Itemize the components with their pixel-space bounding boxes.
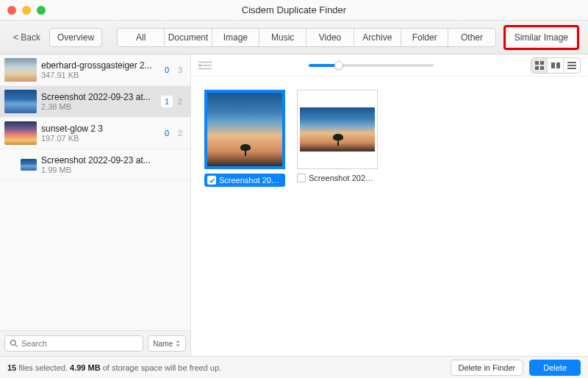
preview-card[interactable]: Screenshot 2022-0...	[297, 90, 378, 182]
list-item[interactable]: Screenshot 2022-09-23 at... 1.99 MB	[0, 149, 190, 181]
search-input-wrap[interactable]	[4, 335, 143, 352]
file-name: Screenshot 2022-09-23 at...	[41, 155, 182, 165]
window-title: Cisdem Duplicate Finder	[0, 4, 588, 15]
selected-count: 0	[161, 64, 173, 76]
back-button[interactable]: < Back	[9, 32, 45, 43]
total-count: 3	[174, 64, 186, 76]
delete-button[interactable]: Delete	[529, 360, 581, 376]
tab-video[interactable]: Video	[306, 29, 354, 46]
category-tabs: All Document Image Music Video Archive F…	[117, 28, 496, 47]
svg-rect-8	[567, 68, 576, 69]
tab-folder[interactable]: Folder	[401, 29, 448, 46]
file-size: 1.99 MB	[41, 165, 182, 174]
svg-rect-6	[567, 62, 576, 63]
file-size: 197.07 KB	[41, 134, 157, 143]
view-list-button[interactable]	[564, 58, 580, 73]
sort-dropdown[interactable]: Name	[148, 335, 186, 352]
file-name: Screenshot 2022-09-23 at...	[41, 92, 157, 102]
file-name: eberhard-grossgasteiger 2...	[41, 60, 157, 71]
sort-label: Name	[153, 340, 173, 348]
tab-archive[interactable]: Archive	[354, 29, 401, 46]
overview-button[interactable]: Overview	[49, 28, 102, 47]
view-grid-button[interactable]	[531, 58, 548, 73]
preview-toolbar	[191, 54, 588, 76]
delete-in-finder-button[interactable]: Delete in Finder	[451, 360, 524, 376]
list-item[interactable]: Screenshot 2022-09-23 at... 2.38 MB 1 2	[0, 86, 190, 118]
svg-rect-5	[556, 63, 560, 68]
tab-other[interactable]: Other	[448, 29, 495, 46]
svg-rect-2	[535, 66, 539, 70]
freed-size: 4.99 MB	[70, 363, 101, 372]
preview-image	[297, 90, 378, 169]
total-count: 2	[174, 96, 186, 107]
tab-all[interactable]: All	[118, 29, 165, 46]
tab-document[interactable]: Document	[165, 29, 212, 46]
similar-image-highlight: Similar Image	[503, 25, 579, 50]
collapse-icon[interactable]	[198, 60, 212, 71]
search-icon	[10, 339, 18, 348]
total-count: 2	[174, 127, 186, 139]
thumbnail-icon	[4, 58, 37, 82]
tab-similar-image[interactable]: Similar Image	[507, 29, 576, 46]
file-list: eberhard-grossgasteiger 2... 347.91 KB 0…	[0, 54, 190, 330]
thumbnail-icon	[21, 159, 37, 171]
tab-image[interactable]: Image	[212, 29, 259, 46]
search-input[interactable]	[21, 339, 138, 348]
file-name: sunset-glow 2 3	[41, 124, 157, 134]
svg-rect-0	[535, 61, 539, 65]
file-size: 347.91 KB	[41, 71, 157, 79]
view-mode-toggle	[531, 57, 581, 74]
thumbnail-icon	[4, 90, 37, 113]
svg-rect-1	[540, 61, 544, 65]
selected-count: 0	[161, 127, 173, 139]
svg-rect-7	[567, 65, 576, 66]
toolbar: < Back Overview All Document Image Music…	[0, 21, 588, 54]
file-size: 2.38 MB	[41, 102, 157, 111]
svg-rect-3	[540, 66, 544, 70]
footer: 15 files selected. 4.99 MB of storage sp…	[0, 356, 588, 378]
preview-card[interactable]: Screenshot 2022-0...	[204, 90, 285, 187]
selected-count: 1	[161, 96, 173, 107]
list-item[interactable]: sunset-glow 2 3 197.07 KB 0 2	[0, 118, 190, 149]
tab-music[interactable]: Music	[259, 29, 306, 46]
main-panel: Screenshot 2022-0... Screenshot 2022-0..…	[191, 54, 588, 356]
checkbox-icon[interactable]	[207, 176, 216, 185]
zoom-slider[interactable]	[309, 64, 434, 67]
chevron-updown-icon	[175, 340, 181, 346]
files-selected-count: 15	[7, 363, 16, 372]
sidebar-footer: Name	[0, 330, 190, 356]
svg-rect-4	[551, 63, 555, 68]
titlebar: Cisdem Duplicate Finder	[0, 0, 588, 21]
preview-grid: Screenshot 2022-0... Screenshot 2022-0..…	[191, 76, 588, 356]
list-item[interactable]: eberhard-grossgasteiger 2... 347.91 KB 0…	[0, 54, 190, 86]
preview-image	[204, 90, 285, 169]
sidebar: eberhard-grossgasteiger 2... 347.91 KB 0…	[0, 54, 191, 356]
preview-caption: Screenshot 2022-0...	[219, 176, 282, 185]
body: eberhard-grossgasteiger 2... 347.91 KB 0…	[0, 54, 588, 356]
preview-caption: Screenshot 2022-0...	[309, 174, 378, 182]
status-message: 15 files selected. 4.99 MB of storage sp…	[7, 363, 445, 372]
thumbnail-icon	[4, 121, 37, 145]
checkbox-icon[interactable]	[297, 174, 306, 182]
view-compare-button[interactable]	[548, 58, 564, 73]
